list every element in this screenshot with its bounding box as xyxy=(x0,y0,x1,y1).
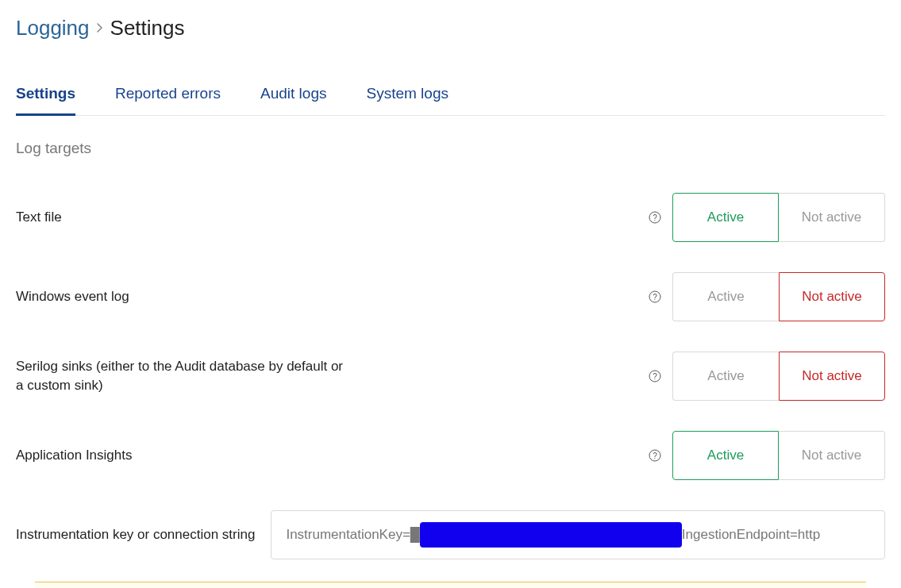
setting-label: Serilog sinks (either to the Audit datab… xyxy=(16,357,349,395)
toggle-group: Active Not active xyxy=(672,352,885,401)
help-icon[interactable]: ? xyxy=(649,370,661,382)
toggle-group: Active Not active xyxy=(672,272,885,321)
toggle-group: Active Not active xyxy=(672,431,885,480)
setting-row-application-insights: Application Insights ? Active Not active xyxy=(16,431,885,480)
not-active-button[interactable]: Not active xyxy=(779,352,885,401)
setting-row-instrumentation-key: Instrumentation key or connection string xyxy=(16,510,885,559)
active-button[interactable]: Active xyxy=(672,431,779,480)
setting-label: Text file xyxy=(16,208,62,227)
instrumentation-label: Instrumentation key or connection string xyxy=(16,527,255,543)
warning-banner xyxy=(35,582,866,588)
tab-audit-logs[interactable]: Audit logs xyxy=(260,85,326,116)
active-button[interactable]: Active xyxy=(672,352,779,401)
chevron-right-icon xyxy=(96,19,104,37)
setting-label: Windows event log xyxy=(16,287,129,306)
setting-row-text-file: Text file ? Active Not active xyxy=(16,193,885,242)
setting-row-windows-event-log: Windows event log ? Active Not active xyxy=(16,272,885,321)
help-icon[interactable]: ? xyxy=(649,211,661,224)
svg-text:?: ? xyxy=(653,372,657,381)
instrumentation-input[interactable] xyxy=(271,510,885,559)
not-active-button[interactable]: Not active xyxy=(779,431,885,480)
not-active-button[interactable]: Not active xyxy=(779,272,885,321)
svg-text:?: ? xyxy=(653,213,657,222)
breadcrumb-current: Settings xyxy=(110,16,185,40)
active-button[interactable]: Active xyxy=(672,193,779,242)
tabs: Settings Reported errors Audit logs Syst… xyxy=(16,84,885,116)
not-active-button[interactable]: Not active xyxy=(779,193,885,242)
help-icon[interactable]: ? xyxy=(649,290,661,303)
toggle-group: Active Not active xyxy=(672,193,885,242)
svg-text:?: ? xyxy=(653,293,657,302)
setting-label: Application Insights xyxy=(16,446,132,465)
svg-text:?: ? xyxy=(653,452,657,460)
setting-row-serilog-sinks: Serilog sinks (either to the Audit datab… xyxy=(16,352,885,401)
breadcrumb: Logging Settings xyxy=(16,16,885,40)
help-icon[interactable]: ? xyxy=(649,449,661,462)
tab-settings[interactable]: Settings xyxy=(16,85,75,116)
tab-reported-errors[interactable]: Reported errors xyxy=(115,85,221,116)
tab-system-logs[interactable]: System logs xyxy=(366,85,448,116)
breadcrumb-parent-link[interactable]: Logging xyxy=(16,16,90,40)
active-button[interactable]: Active xyxy=(672,272,779,321)
section-title-log-targets: Log targets xyxy=(16,140,885,157)
